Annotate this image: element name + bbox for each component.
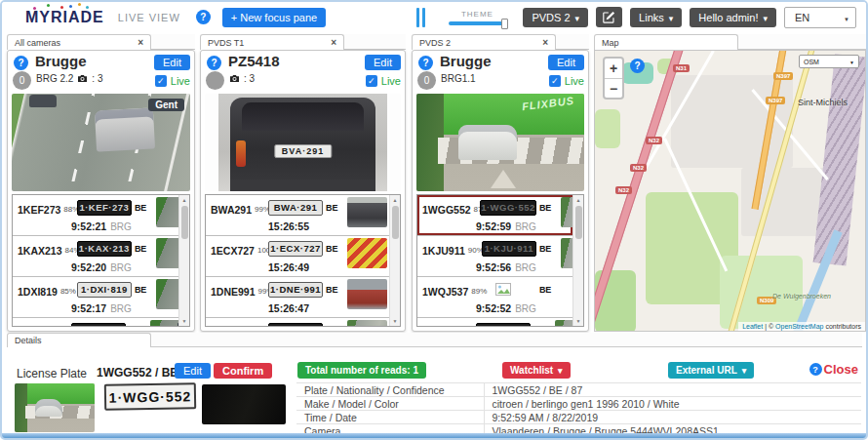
road-badge-n32: N32 — [646, 137, 662, 144]
scroll-down-icon[interactable] — [182, 316, 187, 326]
pvds-dropdown[interactable]: PVDS 2 — [523, 8, 588, 27]
live-toggle[interactable]: Live — [155, 75, 190, 87]
road-badge-n31: N31 — [673, 64, 690, 72]
country-code: BE — [539, 244, 556, 254]
new-focus-pane-button[interactable]: + New focus pane — [222, 8, 326, 27]
close-icon[interactable] — [138, 37, 143, 48]
list-scrollbar[interactable] — [178, 195, 189, 326]
help-icon[interactable] — [207, 56, 221, 70]
close-icon[interactable] — [542, 37, 548, 48]
list-scrollbar[interactable] — [389, 195, 400, 326]
tab-all-cameras[interactable]: All cameras — [7, 34, 151, 50]
detail-label: Time / Date — [296, 411, 484, 424]
plate-read-row[interactable]: 1KAX21384% 1·KAX·213 BE 9:52:20BRG — [13, 236, 178, 277]
plate-read-row-selected[interactable]: 1WGG55287% 1·WGG·552 BE 9:52:59BRG — [417, 195, 572, 236]
plate-read-row[interactable]: 1WQJ53789% BE 9:52:52BRG — [417, 277, 572, 318]
context-thumbnail — [347, 238, 387, 268]
map-layer-select[interactable]: OSM — [799, 55, 859, 68]
camera-count: 3 — [244, 73, 255, 84]
help-icon[interactable] — [14, 56, 28, 70]
plate-read-row[interactable]: 1KEF27388% 1·KEF·273 BE 9:52:21BRG — [13, 195, 178, 236]
tab-pvds-2[interactable]: PVDS 2 — [412, 34, 556, 50]
caret-down-icon — [849, 59, 854, 65]
plate-crop-image — [268, 323, 323, 328]
help-icon[interactable] — [630, 59, 645, 73]
broken-image-icon — [495, 283, 511, 296]
plate-read-row[interactable]: 1ECX727100% 1·ECX·727 BE 15:26:49 — [206, 236, 389, 277]
zoom-out-button[interactable]: − — [605, 78, 622, 98]
plate-read-row[interactable]: 1KJU91190% 1·KJU·911 BE 9:52:56BRG — [417, 236, 572, 277]
live-toggle[interactable]: Live — [366, 75, 401, 87]
tab-details[interactable]: Details — [7, 333, 151, 347]
scrollbar-thumb[interactable] — [392, 206, 399, 239]
checkbox-checked-icon[interactable] — [366, 75, 377, 87]
plate-read-row[interactable]: 1TSJ73191% — [206, 318, 389, 327]
country-code: BE — [135, 244, 151, 254]
scroll-down-icon[interactable] — [393, 316, 398, 326]
tab-map[interactable]: Map — [594, 34, 738, 50]
camera-pane-all-cameras: All cameras Brugge 0 BRG 2.2 3 Edit Live — [7, 34, 195, 332]
plate-read-row[interactable]: BWA29199% BWA·291 BE 15:26:55 — [206, 195, 389, 236]
list-scrollbar[interactable] — [572, 195, 583, 326]
edit-button[interactable]: Edit — [365, 55, 401, 70]
count-badge — [206, 71, 224, 90]
watchlist-dropdown[interactable]: Watchlist — [502, 362, 571, 379]
scroll-up-icon[interactable] — [182, 195, 187, 205]
external-url-dropdown[interactable]: External URL — [668, 362, 754, 379]
theme-slider-handle[interactable] — [501, 19, 508, 29]
edit-button[interactable]: Edit — [548, 55, 584, 70]
user-dropdown[interactable]: Hello admin! — [690, 8, 776, 27]
details-body: License Plate 1WGG552 / BE Edit Confirm … — [7, 347, 862, 437]
camera-pane-pvds-2: PVDS 2 Brugge 0 BRG1.1 Edit Live FLIXBUS — [412, 34, 589, 332]
checkbox-checked-icon[interactable] — [549, 75, 561, 87]
edit-button[interactable]: Edit — [154, 55, 190, 70]
caret-down-icon — [669, 12, 674, 23]
zoom-in-button[interactable]: + — [605, 59, 622, 78]
splitter-handle-icon[interactable] — [416, 8, 425, 27]
license-plate-label: License Plate — [17, 367, 87, 380]
plate-crop-large-image: 1·WGG·552 — [104, 382, 196, 411]
links-dropdown[interactable]: Links — [630, 8, 682, 27]
scrollbar-thumb[interactable] — [181, 206, 188, 239]
live-toggle[interactable]: Live — [549, 75, 584, 87]
map-attribution: Leaflet | © OpenStreetMap contributors — [738, 322, 865, 331]
plate-read-row[interactable]: 1KLU09080% — [417, 318, 572, 327]
scroll-down-icon[interactable] — [576, 316, 581, 326]
road-badge-n32: N32 — [630, 164, 647, 172]
bus-brand-text: FLIXBUS — [521, 95, 574, 112]
country-code: BE — [539, 203, 556, 213]
country-code: BE — [135, 285, 151, 295]
edit-layout-button[interactable] — [596, 7, 622, 27]
caret-down-icon — [742, 365, 747, 376]
close-details-button[interactable]: Close — [809, 362, 858, 377]
language-select[interactable]: EN — [784, 7, 856, 28]
theme-slider[interactable] — [449, 21, 505, 25]
close-icon[interactable] — [331, 37, 336, 48]
table-row: Time / Date9:52:59 AM / 8/22/2019 — [296, 411, 861, 424]
scrollbar-thumb[interactable] — [575, 206, 582, 239]
scroll-up-icon[interactable] — [576, 195, 581, 205]
tab-pvds-t1[interactable]: PVDS T1 — [200, 34, 344, 50]
map-zoom-control: + − — [603, 57, 624, 100]
checkbox-checked-icon[interactable] — [155, 75, 167, 87]
help-icon[interactable] — [196, 10, 211, 24]
detail-label: Plate / Nationality / Confidence — [296, 383, 484, 397]
map-canvas[interactable]: N31 N397 N397 N32 N32 N32 N309 Sint-Mich… — [594, 50, 866, 332]
help-icon[interactable] — [418, 56, 433, 70]
openstreetmap-link[interactable]: OpenStreetMap — [775, 323, 823, 330]
map-place-label: Sint-Michiels — [798, 98, 848, 107]
leaflet-link[interactable]: Leaflet — [742, 323, 763, 330]
edit-plate-button[interactable]: Edit — [175, 363, 211, 379]
details-panel: Details License Plate 1WGG552 / BE Edit … — [7, 333, 862, 438]
plate-read-row[interactable]: 1TEN50787% — [13, 318, 178, 327]
camera-card-header: Brugge 0 BRG1.1 Edit Live — [416, 55, 584, 91]
plate-read-row[interactable]: 1DXI81985% 1·DXI·819 BE 9:52:17BRG — [13, 277, 178, 318]
total-reads-button[interactable]: Total number of reads: 1 — [297, 362, 426, 379]
plate-number: 1KEF273 — [18, 204, 60, 216]
header-right-group: THEME PVDS 2 Links Hello admin! EN — [416, 7, 856, 28]
confirm-button[interactable]: Confirm — [214, 363, 272, 379]
bottom-accent-bar — [2, 433, 866, 438]
distant-car — [29, 95, 57, 107]
scroll-up-icon[interactable] — [393, 195, 398, 205]
plate-read-row[interactable]: 1DNE99199% 1·DNE·991 BE 15:26:47 — [206, 277, 389, 318]
